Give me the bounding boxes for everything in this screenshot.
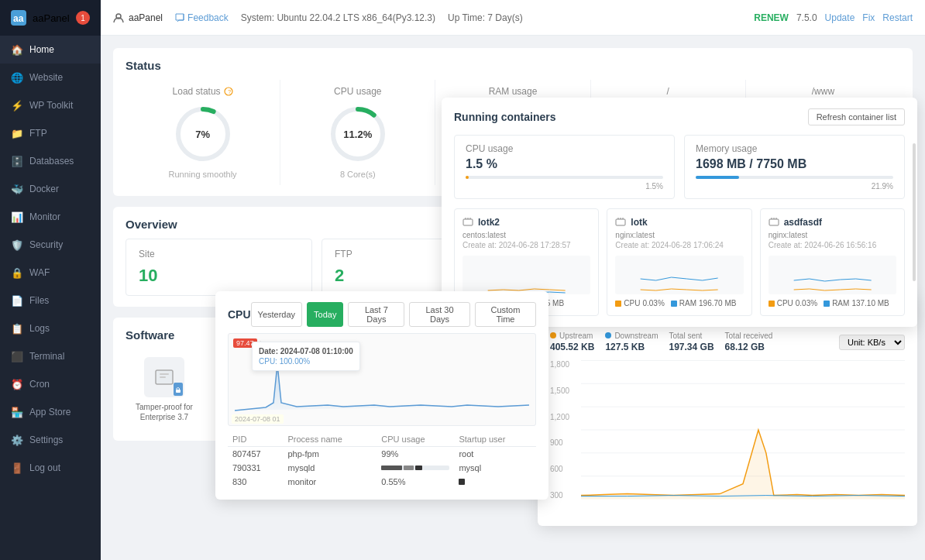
status-card-load: Load status ? 7% Running smoothly [126,80,280,185]
sidebar-item-waf[interactable]: 🔒 WAF [0,259,101,287]
user-icon [113,12,124,23]
cpu-panel-title: CPU [228,308,251,321]
sidebar-item-logs[interactable]: 📋 Logs [0,314,101,342]
feedback-icon [175,13,184,22]
lotk-legend: CPU0.03% RAM196.70 MB [615,299,743,307]
total-received-stat: Total received 68.12 GB [725,332,773,352]
rc-cpu-value: 1.5 % [466,157,663,171]
wordpress-icon: ⚡ [11,99,23,112]
version-label: 7.5.0 [796,12,817,23]
topbar-feedback-btn[interactable]: Feedback [175,12,229,23]
sidebar-item-monitor[interactable]: 📊 Monitor [0,203,101,231]
renew-button[interactable]: RENEW [754,12,789,23]
disk-www-label: /www [812,86,834,97]
sidebar-label-logs: Logs [29,323,50,334]
sidebar-label-docker: Docker [29,184,59,194]
rc-mem-stat: Memory usage 1698 MB / 7750 MB 21.9% [684,135,905,199]
rc-scrollbar[interactable] [913,143,916,281]
cron-icon: ⏰ [11,378,23,390]
docker-icon: 🐳 [11,183,23,195]
waf-icon: 🔒 [11,266,23,279]
lotk2-chart [462,256,590,294]
pid-header: PID [228,432,283,447]
startup-user-2: mysql [454,461,536,475]
process-row-1: 807457 php-fpm 99% root [228,447,536,462]
lotk-chart [615,256,743,294]
fix-button[interactable]: Fix [862,12,875,23]
cpu-tab-yesterday[interactable]: Yesterday [251,302,303,327]
topbar-uptime: Up Time: 7 Day(s) [448,12,523,23]
home-icon: 🏠 [11,43,23,56]
container-icon [462,217,473,228]
aapanel-logo-icon: aa [11,10,26,26]
cpu-tooltip: Date: 2024-07-08 01:10:00 CPU: 100.00% [252,342,360,371]
rc-cpu-label: CPU usage [466,143,663,154]
sidebar-label-home: Home [29,44,54,55]
lotk-ram: 196.70 MB [699,299,736,307]
process-name-3: monitor [283,475,377,489]
sidebar-item-settings[interactable]: ⚙️ Settings [0,426,101,454]
traffic-unit-select[interactable]: Unit: KB/s Unit: MB/s [839,335,905,350]
sidebar-label-appstore: App Store [29,407,70,417]
lotk2-image: centos:latest [462,231,590,239]
container-icon [615,217,626,228]
software-tamper-card[interactable]: Tamper-proof for Enterprise 3.7 [126,349,203,430]
sidebar-item-files[interactable]: 📄 Files [0,287,101,314]
sidebar: aa aaPanel 1 🏠 Home 🌐 Website ⚡ WP Toolk… [0,0,101,560]
sidebar-item-docker[interactable]: 🐳 Docker [0,175,101,203]
lotk2-name: lotk2 [478,217,500,228]
cpu-panel: CPU Yesterday Today Last 7 Days Last 30 … [215,291,548,500]
gear-icon: ⚙️ [11,434,23,446]
traffic-stats: Upstream 405.52 KB Downstream 127.5 KB T… [550,332,905,352]
cpu-panel-tabs: Yesterday Today Last 7 Days Last 30 Days… [251,302,536,327]
process-name-2: mysqld [283,461,377,475]
status-card-cpu: CPU usage 11.2% 8 Core(s) [280,80,435,185]
load-status-sublabel: Running smoothly [169,170,237,179]
sidebar-item-home[interactable]: 🏠 Home [0,36,101,64]
asdfasdf-name: asdfasdf [784,217,822,228]
sidebar-item-logout[interactable]: 🚪 Log out [0,454,101,482]
globe-icon: 🌐 [11,71,23,84]
sidebar-label-wptoolkit: WP Toolkit [29,100,73,111]
cpu-chart-area: Percent 97.47 Date: 2024-07-08 01:10:00 … [228,333,536,426]
cpuusage-header: CPU usage [377,432,454,447]
files-icon: 📄 [11,294,23,307]
sidebar-item-website[interactable]: 🌐 Website [0,64,101,91]
topbar-actions: RENEW 7.5.0 Update Fix Restart [754,12,913,23]
sidebar-label-website: Website [29,72,63,83]
update-button[interactable]: Update [825,12,855,23]
sidebar-item-app-store[interactable]: 🏪 App Store [0,398,101,426]
site-label: Site [139,249,299,259]
sidebar-logo[interactable]: aa aaPanel 1 [0,0,101,36]
rc-header: Running containers Refresh container lis… [454,108,905,125]
cpu-tab-30days[interactable]: Last 30 Days [409,302,470,327]
sidebar-item-ftp[interactable]: 📁 FTP [0,119,101,147]
cpu-tooltip-date: Date: 2024-07-08 01:10:00 [259,347,353,356]
sidebar-item-databases[interactable]: 🗄️ Databases [0,147,101,175]
processname-header: Process name [283,432,377,447]
total-sent-stat: Total sent 197.34 GB [669,332,714,352]
topbar-user: aaPanel [113,12,163,23]
startup-user-1: root [454,447,536,462]
asdfasdf-cpu: 0.03% [796,299,817,307]
y-label-300: 300 [550,491,577,500]
rc-container-asdfasdf: asdfasdf nginx:latest Create at: 2024-06… [760,208,905,316]
sidebar-item-wp-toolkit[interactable]: ⚡ WP Toolkit [0,91,101,119]
rc-refresh-button[interactable]: Refresh container list [808,108,905,125]
cpu-tab-custom[interactable]: Custom Time [475,302,536,327]
startupuser-header: Startup user [454,432,536,447]
cpu-process-table: PID Process name CPU usage Startup user … [228,432,536,489]
folder-icon: 📁 [11,127,23,139]
restart-button[interactable]: Restart [882,12,913,23]
rc-title: Running containers [454,111,555,123]
pid-1: 807457 [228,447,283,462]
info-icon: ? [224,87,233,96]
cpu-tab-7days[interactable]: Last 7 Days [348,302,404,327]
tamper-label: Tamper-proof for Enterprise 3.7 [133,402,195,422]
cpu-tab-today[interactable]: Today [307,302,343,327]
sidebar-item-cron[interactable]: ⏰ Cron [0,370,101,398]
upstream-value: 405.52 KB [550,342,594,352]
sidebar-item-security[interactable]: 🛡️ Security [0,231,101,259]
sidebar-item-terminal[interactable]: ⬛ Terminal [0,342,101,370]
cpu-usage-1: 99% [377,447,454,462]
